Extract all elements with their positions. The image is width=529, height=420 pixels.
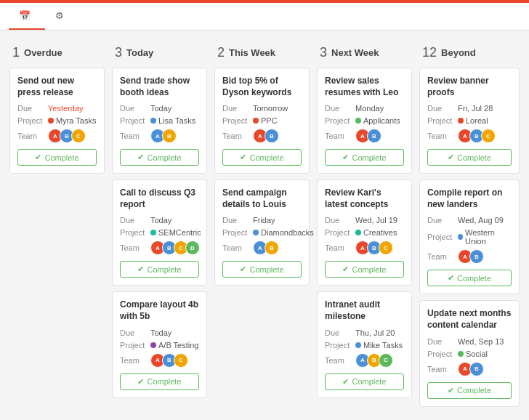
column-title: Next Week [331, 47, 379, 58]
project-dot-icon [150, 118, 156, 124]
team-label: Team [120, 243, 146, 252]
team-avatars: AB [253, 241, 276, 255]
avatar: B [469, 362, 484, 376]
column-count: 3 [320, 45, 327, 60]
due-label: Due [17, 104, 44, 113]
due-label: Due [120, 328, 146, 337]
task-card: Send trade show booth ideasDueTodayProje… [112, 68, 207, 174]
task-card: Update next months content calendarDueWe… [419, 300, 520, 406]
column-header-this-week: 2This Week [214, 39, 310, 68]
card-project-row: Project Social [427, 350, 512, 358]
column-header-overdue: 1Overdue [9, 39, 105, 68]
card-project-row: Project PPC [222, 116, 302, 125]
due-value: Today [150, 328, 171, 337]
project-value: Social [458, 350, 488, 358]
due-value: Tomorrow [253, 104, 288, 113]
complete-button[interactable]: ✔Complete [427, 270, 512, 286]
card-team-row: TeamABC [17, 129, 97, 143]
tab-task-calendar[interactable]: 📅 [9, 3, 45, 30]
task-card: Review banner proofsDueFri, Jul 28Projec… [419, 68, 520, 174]
checkmark-icon: ✔ [137, 153, 144, 162]
project-value: Applicants [355, 116, 400, 125]
column-title: Today [126, 47, 153, 58]
project-value: Creatives [355, 228, 397, 237]
complete-label: Complete [352, 265, 386, 274]
tabs: 📅 ⚙ [0, 3, 529, 31]
card-title: Send trade show booth ideas [120, 76, 199, 98]
column-beyond: 12BeyondReview banner proofsDueFri, Jul … [416, 39, 523, 401]
checkmark-icon: ✔ [342, 264, 349, 274]
complete-button[interactable]: ✔Complete [120, 149, 199, 166]
card-title: Update next months content calendar [427, 308, 512, 331]
card-due-row: DueWed, Sep 13 [427, 337, 512, 346]
card-due-row: DueTomorrow [222, 104, 302, 113]
card-due-row: DueToday [120, 104, 199, 113]
card-due-row: DueToday [120, 216, 199, 225]
card-team-row: TeamAB [325, 129, 404, 143]
card-team-row: TeamAB [222, 241, 302, 255]
team-label: Team [222, 243, 249, 252]
tab-project-calendar[interactable]: ⚙ [45, 3, 78, 30]
team-avatars: ABCD [150, 241, 197, 255]
complete-label: Complete [249, 153, 283, 162]
project-value: Western Union [458, 228, 512, 246]
project-label: Project [325, 228, 351, 237]
due-value: Wed, Aug 09 [458, 216, 504, 225]
team-label: Team [427, 365, 453, 373]
column-today: 3TodaySend trade show booth ideasDueToda… [108, 39, 211, 401]
complete-button[interactable]: ✔Complete [325, 149, 404, 166]
column-next-week: 3Next WeekReview sales resumes with LeoD… [313, 39, 416, 401]
team-label: Team [17, 132, 44, 140]
team-label: Team [325, 243, 351, 252]
complete-label: Complete [147, 153, 181, 162]
project-dot-icon [458, 118, 464, 124]
card-due-row: DueMonday [325, 104, 404, 113]
team-label: Team [325, 356, 351, 365]
card-title: Intranet audit milestone [325, 299, 404, 322]
task-card: Call to discuss Q3 reportDueTodayProject… [112, 179, 207, 286]
avatar: B [469, 249, 484, 264]
project-value: A/B Testing [150, 341, 198, 350]
card-project-row: Project Diamondbacks [222, 228, 302, 237]
column-title: Overdue [24, 47, 62, 58]
card-due-row: DueThu, Jul 20 [325, 328, 404, 337]
complete-button[interactable]: ✔Complete [222, 149, 302, 166]
due-value: Fri, Jul 28 [458, 104, 493, 113]
complete-label: Complete [352, 377, 386, 386]
project-dot-icon [355, 230, 361, 235]
complete-button[interactable]: ✔Complete [325, 261, 404, 278]
project-dot-icon [458, 351, 464, 357]
project-dot-icon [458, 234, 463, 240]
card-project-row: Project Lisa Tasks [120, 116, 199, 125]
project-label: Project [17, 116, 44, 125]
avatar: C [71, 129, 86, 143]
team-avatars: ABC [355, 241, 390, 255]
card-team-row: TeamAB [427, 362, 512, 376]
project-dot-icon [355, 342, 361, 348]
due-label: Due [120, 216, 146, 225]
complete-button[interactable]: ✔Complete [325, 373, 404, 390]
card-due-row: DueFri, Jul 28 [427, 104, 512, 113]
complete-button[interactable]: ✔Complete [17, 149, 97, 166]
team-label: Team [222, 132, 249, 140]
checkmark-icon: ✔ [342, 377, 349, 387]
column-this-week: 2This WeekBid top 5% of Dyson keywordsDu… [211, 39, 313, 401]
column-count: 12 [422, 45, 437, 60]
complete-button[interactable]: ✔Complete [427, 149, 512, 166]
task-card: Send campaign details to LouisDueFridayP… [214, 179, 310, 286]
checkmark-icon: ✔ [137, 377, 144, 387]
avatar: C [379, 241, 393, 255]
complete-button[interactable]: ✔Complete [120, 261, 199, 278]
complete-button[interactable]: ✔Complete [120, 373, 199, 390]
project-label: Project [427, 233, 453, 241]
complete-button[interactable]: ✔Complete [222, 261, 302, 278]
project-dot-icon [150, 342, 156, 348]
due-value: Monday [355, 104, 384, 113]
team-avatars: AB [150, 129, 174, 143]
project-label: Project [222, 228, 249, 237]
avatar: C [174, 353, 188, 368]
complete-button[interactable]: ✔Complete [427, 382, 512, 399]
due-label: Due [325, 104, 351, 113]
calendar-icon: 📅 [19, 10, 31, 21]
project-value: Myra Tasks [48, 116, 96, 125]
